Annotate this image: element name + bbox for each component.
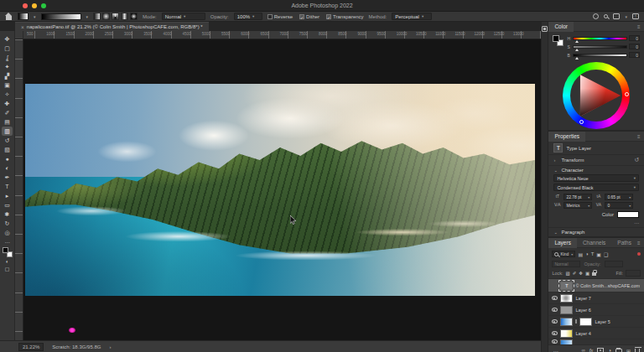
dodge-tool[interactable]: ◐	[2, 163, 13, 173]
layer-thumbnail[interactable]	[560, 329, 573, 338]
lock-transparency-icon[interactable]: ▨	[566, 271, 570, 276]
search-icon[interactable]	[604, 14, 608, 18]
crop-tool[interactable]: ▞	[2, 71, 13, 80]
zoom-level-field[interactable]: 21.22%	[18, 343, 44, 351]
hand-tool[interactable]: ✱	[2, 210, 13, 219]
zoom-tool[interactable]: ◎	[2, 228, 13, 237]
visibility-toggle[interactable]	[551, 339, 558, 344]
adjustment-layer-icon[interactable]: ◑	[608, 348, 611, 352]
document-tab[interactable]: × napalicoastPano.tif @ 21.2% (© Colin S…	[15, 22, 209, 31]
method-dropdown[interactable]: Perceptual	[392, 13, 432, 20]
tracking-field[interactable]: 0	[605, 202, 633, 209]
transform-section[interactable]: › Transform ↺	[548, 154, 644, 165]
status-chevron[interactable]: ›	[109, 344, 111, 349]
leading-field[interactable]: 0.65 pt	[605, 194, 633, 200]
document-image[interactable]	[25, 84, 535, 296]
filter-smart-object-icon[interactable]: ❑	[604, 251, 608, 257]
paragraph-section[interactable]: ⌄ Paragraph	[548, 227, 644, 236]
layer-fill-field[interactable]	[626, 270, 641, 277]
layer-thumbnail[interactable]: T	[560, 282, 573, 290]
add-mask-icon[interactable]	[597, 348, 604, 352]
mode-dropdown[interactable]: Normal	[162, 13, 205, 20]
filter-pixel-icon[interactable]: ▤	[578, 251, 583, 257]
reset-transform-icon[interactable]: ↺	[634, 157, 639, 163]
panel-menu-icon[interactable]: ≡	[637, 241, 641, 246]
blur-tool[interactable]: ●	[2, 154, 13, 163]
visibility-toggle[interactable]	[551, 308, 558, 312]
panel-menu-icon[interactable]: ≡	[637, 134, 641, 139]
marquee-tool[interactable]: ▢	[2, 44, 13, 53]
layer-opacity-field[interactable]	[605, 261, 623, 267]
layer-thumbnail[interactable]	[560, 306, 573, 314]
frame-tool[interactable]: ▣	[2, 80, 13, 90]
canvas-pasteboard[interactable]	[23, 39, 541, 340]
filter-toggle[interactable]	[637, 252, 641, 256]
panel-menu-icon[interactable]: ≡	[637, 24, 641, 29]
path-selection-tool[interactable]: ▸	[2, 191, 13, 200]
color-wheel[interactable]	[563, 62, 630, 129]
angle-gradient-icon[interactable]	[112, 13, 119, 20]
layer-row[interactable]: Layer 5	[548, 316, 644, 328]
lock-all-icon[interactable]	[592, 272, 596, 276]
filter-type-icon[interactable]: T	[591, 251, 595, 256]
visibility-toggle[interactable]	[551, 331, 558, 335]
eraser-tool[interactable]: ▧	[2, 145, 13, 154]
quick-mask-icon[interactable]: ◐	[6, 259, 9, 264]
move-tool[interactable]: ✥	[2, 34, 13, 44]
brightness-slider[interactable]	[573, 54, 627, 57]
color-panel-swatches[interactable]	[553, 35, 564, 46]
close-tab-icon[interactable]: ×	[21, 24, 24, 30]
more-options-icon[interactable]: ⋯	[634, 220, 639, 225]
filter-kind-dropdown[interactable]: Kind	[552, 251, 575, 257]
type-tool[interactable]: T	[2, 182, 13, 191]
layer-effects-icon[interactable]: fx	[589, 348, 594, 352]
link-layers-icon[interactable]: ∞	[581, 348, 584, 352]
eyedropper-tool[interactable]: ✧	[2, 90, 13, 99]
saturation-value[interactable]: 0	[629, 44, 640, 49]
home-icon[interactable]	[5, 13, 13, 20]
saturation-slider[interactable]	[573, 45, 627, 49]
workspace-icon[interactable]	[613, 13, 620, 19]
radial-gradient-icon[interactable]	[102, 13, 110, 20]
layer-name[interactable]: Layer 7	[575, 296, 590, 301]
brush-tool[interactable]: ✐	[2, 108, 13, 117]
tab-channels[interactable]: Channels	[577, 238, 611, 248]
tab-properties[interactable]: Properties	[548, 132, 585, 142]
healing-brush-tool[interactable]: ✚	[2, 99, 13, 108]
history-brush-tool[interactable]: ↺	[2, 136, 13, 145]
shape-tool[interactable]: ▭	[2, 200, 13, 210]
layer-row[interactable]: T© Colin Smith...shopCAFE.com	[548, 279, 644, 292]
tab-paths[interactable]: Paths	[611, 238, 637, 248]
foreground-color-swatch[interactable]	[3, 247, 8, 253]
gradient-preview[interactable]	[41, 13, 81, 20]
filter-group-icon[interactable]: ▣	[596, 251, 601, 257]
layer-thumbnail[interactable]	[560, 294, 573, 303]
collapsed-panel-icon[interactable]	[542, 26, 548, 32]
quick-selection-tool[interactable]: ✦	[2, 62, 13, 71]
share-icon[interactable]	[632, 13, 639, 19]
layer-row[interactable]: Layer 7	[548, 292, 644, 304]
more-icon[interactable]: ⋯	[553, 348, 558, 352]
layer-thumbnail[interactable]	[560, 318, 573, 326]
lasso-tool[interactable]: ʆ	[2, 53, 13, 62]
visibility-toggle[interactable]	[551, 319, 558, 324]
gradient-tool-preset[interactable]	[18, 13, 29, 20]
layer-mask-thumbnail[interactable]	[579, 318, 592, 326]
font-family-dropdown[interactable]: Helvetica Neue	[553, 174, 639, 182]
new-layer-icon[interactable]: ⊞	[626, 348, 631, 352]
checkbox-dither[interactable]: ✓Dither	[299, 14, 319, 19]
font-style-dropdown[interactable]: Condensed Black	[553, 184, 639, 191]
layer-row[interactable]: Layer 4	[548, 328, 644, 339]
font-size-field[interactable]: 22.78 pt	[564, 194, 592, 200]
tab-layers[interactable]: Layers	[548, 238, 577, 248]
layer-name[interactable]: © Colin Smith...shopCAFE.com	[575, 283, 640, 288]
filter-adjustment-icon[interactable]: ◑	[585, 251, 589, 256]
checkbox-reverse[interactable]: Reverse	[267, 14, 293, 19]
account-icon[interactable]	[593, 13, 599, 19]
text-color-swatch[interactable]	[617, 211, 639, 218]
hue-slider[interactable]	[573, 37, 627, 40]
layer-name[interactable]: Layer 6	[575, 308, 590, 313]
kerning-field[interactable]: Metrics	[564, 202, 592, 209]
blend-mode-dropdown[interactable]: Normal	[552, 261, 580, 267]
screen-mode-icon[interactable]: ▢	[5, 266, 10, 272]
